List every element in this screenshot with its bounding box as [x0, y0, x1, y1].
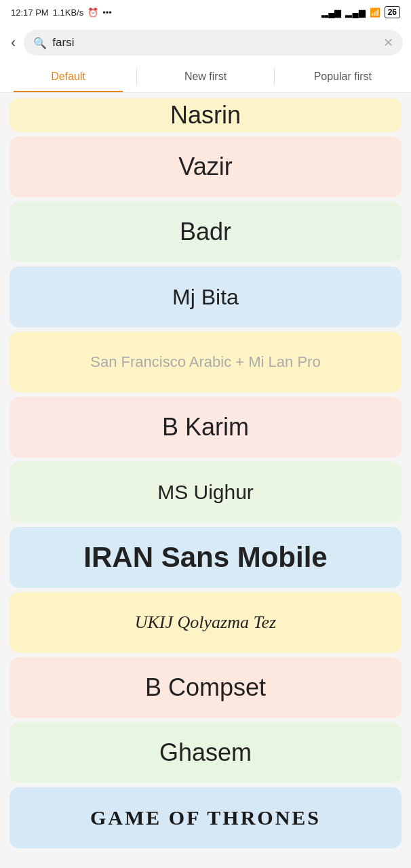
font-name-ghasem: Ghasem — [146, 729, 265, 776]
font-list: Nasrin Vazir Badr Mj Bita San Francisco … — [0, 93, 411, 854]
search-box[interactable]: 🔍 farsi ✕ — [24, 30, 403, 56]
search-row: ‹ 🔍 farsi ✕ — [0, 24, 411, 61]
tab-popular-first[interactable]: Popular first — [275, 61, 411, 92]
font-card-nasrin[interactable]: Nasrin — [9, 98, 402, 132]
wifi-icon: 📶 — [370, 7, 380, 18]
font-card-iran-sans[interactable]: IRAN Sans Mobile — [9, 527, 402, 588]
font-name-badr: Badr — [166, 208, 245, 256]
font-name-iran-sans: IRAN Sans Mobile — [70, 532, 340, 583]
signal-icon-2: ▂▄▆ — [345, 7, 365, 18]
font-card-ghasem[interactable]: Ghasem — [9, 722, 402, 783]
font-name-sf-arabic: San Francisco Arabic + Mi Lan Pro — [77, 344, 334, 380]
search-icon: 🔍 — [33, 37, 47, 50]
status-bar: 12:17 PM 1.1KB/s ⏰ ••• ▂▄▆ ▂▄▆ 📶 26 — [0, 0, 411, 24]
font-name-msuighur: MS Uighur — [144, 471, 267, 513]
clear-icon[interactable]: ✕ — [383, 35, 393, 50]
back-button[interactable]: ‹ — [8, 34, 18, 52]
font-card-bkarim[interactable]: B Karim — [9, 397, 402, 458]
more-icon: ••• — [102, 7, 112, 18]
font-card-badr[interactable]: Badr — [9, 201, 402, 262]
font-name-vazir: Vazir — [165, 143, 246, 191]
time-label: 12:17 PM — [11, 7, 49, 18]
battery-label: 26 — [385, 6, 400, 18]
font-card-got[interactable]: GAME OF THRONES — [9, 787, 402, 848]
font-name-bkarim: B Karim — [149, 403, 262, 451]
font-name-bcompset: B Compset — [132, 664, 279, 711]
font-card-vazir[interactable]: Vazir — [9, 136, 402, 197]
font-card-sf-arabic[interactable]: San Francisco Arabic + Mi Lan Pro — [9, 332, 402, 393]
font-name-ukij: UKIJ Qolyazma Tez — [121, 603, 290, 642]
font-name-mjbita: Mj Bita — [159, 275, 252, 319]
font-card-msuighur[interactable]: MS Uighur — [9, 462, 402, 523]
tabs-row: Default New first Popular first — [0, 61, 411, 93]
signal-icon: ▂▄▆ — [321, 7, 341, 18]
search-input[interactable]: farsi — [52, 36, 378, 50]
font-name-nasrin: Nasrin — [157, 98, 254, 132]
tab-new-first[interactable]: New first — [137, 61, 273, 92]
alarm-icon: ⏰ — [87, 7, 98, 18]
status-left: 12:17 PM 1.1KB/s ⏰ ••• — [11, 7, 112, 18]
font-card-mjbita[interactable]: Mj Bita — [9, 267, 402, 328]
tab-default[interactable]: Default — [0, 61, 136, 92]
font-name-got: GAME OF THRONES — [90, 806, 321, 829]
font-card-ukij[interactable]: UKIJ Qolyazma Tez — [9, 592, 402, 653]
status-right: ▂▄▆ ▂▄▆ 📶 26 — [321, 6, 400, 18]
network-speed: 1.1KB/s — [53, 7, 84, 18]
font-card-bcompset[interactable]: B Compset — [9, 657, 402, 718]
